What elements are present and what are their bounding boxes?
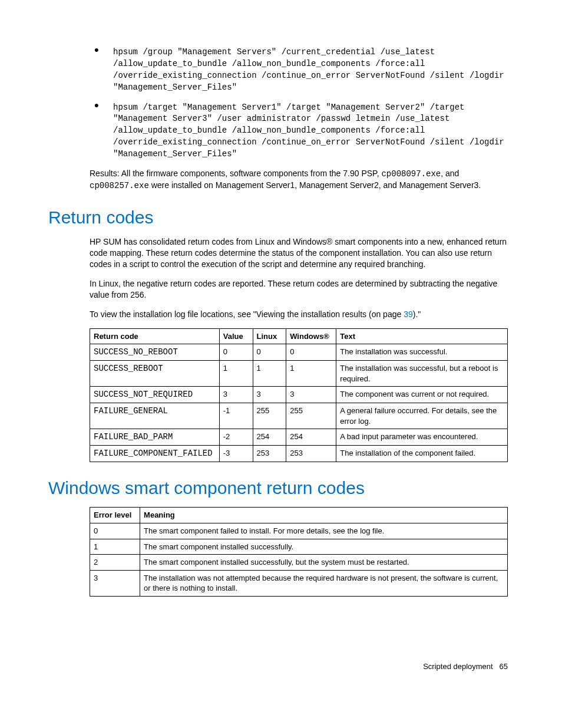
text: , and bbox=[441, 169, 459, 178]
cell-value: 0 bbox=[219, 344, 253, 361]
cell-code: FAILURE_GENERAL bbox=[90, 403, 220, 429]
col-header: Value bbox=[219, 328, 253, 344]
command-text: hpsum /target "Management Server1" /targ… bbox=[113, 103, 504, 159]
cell-meaning: The smart component failed to install. F… bbox=[140, 523, 508, 539]
page-footer: Scripted deployment 65 bbox=[48, 661, 508, 672]
cell-code: SUCCESS_REBOOT bbox=[90, 361, 220, 387]
filename: cp008257.exe bbox=[90, 181, 149, 190]
cell-windows: 0 bbox=[286, 344, 336, 361]
cell-code: FAILURE_COMPONENT_FAILED bbox=[90, 446, 220, 462]
results-paragraph: Results: All the firmware components, so… bbox=[48, 168, 508, 192]
footer-page-number: 65 bbox=[500, 662, 508, 671]
col-header: Meaning bbox=[140, 508, 508, 523]
cell-text: The installation of the component failed… bbox=[336, 446, 508, 462]
table-row: 3The installation was not attempted beca… bbox=[90, 570, 508, 596]
cell-linux: 0 bbox=[253, 344, 286, 361]
cell-linux: 3 bbox=[253, 387, 286, 403]
list-item: hpsum /group "Management Servers" /curre… bbox=[84, 46, 508, 93]
page-link[interactable]: 39 bbox=[404, 309, 413, 319]
paragraph: HP SUM has consolidated return codes fro… bbox=[48, 236, 508, 270]
cell-text: A general failure occurred. For details,… bbox=[336, 403, 508, 429]
cell-level: 0 bbox=[90, 523, 140, 539]
col-header: Windows® bbox=[286, 328, 336, 344]
table-header-row: Return code Value Linux Windows® Text bbox=[90, 328, 508, 344]
list-item: hpsum /target "Management Server1" /targ… bbox=[84, 101, 508, 160]
return-codes-table: Return code Value Linux Windows® Text SU… bbox=[90, 328, 508, 462]
cell-windows: 255 bbox=[286, 403, 336, 429]
cell-windows: 3 bbox=[286, 387, 336, 403]
section-heading-windows-codes: Windows smart component return codes bbox=[48, 476, 508, 500]
cell-windows: 1 bbox=[286, 361, 336, 387]
table-header-row: Error level Meaning bbox=[90, 508, 508, 523]
col-header: Error level bbox=[90, 508, 140, 523]
cell-meaning: The smart component installed successful… bbox=[140, 555, 508, 571]
cell-value: -1 bbox=[219, 403, 253, 429]
command-text: hpsum /group "Management Servers" /curre… bbox=[113, 47, 504, 92]
cell-text: The installation was successful. bbox=[336, 344, 508, 361]
cell-level: 1 bbox=[90, 539, 140, 555]
cell-value: -2 bbox=[219, 429, 253, 446]
table-row: FAILURE_BAD_PARM-2254254A bad input para… bbox=[90, 429, 508, 446]
table-row: SUCCESS_REBOOT111The installation was su… bbox=[90, 361, 508, 387]
cell-level: 2 bbox=[90, 555, 140, 571]
section-heading-return-codes: Return codes bbox=[48, 206, 508, 230]
paragraph: To view the installation log file locati… bbox=[48, 309, 508, 320]
cell-text: A bad input parameter was encountered. bbox=[336, 429, 508, 446]
cell-linux: 1 bbox=[253, 361, 286, 387]
table-row: 1The smart component installed successfu… bbox=[90, 539, 508, 555]
table-row: 2The smart component installed successfu… bbox=[90, 555, 508, 571]
table-row: FAILURE_GENERAL-1255255A general failure… bbox=[90, 403, 508, 429]
cell-linux: 255 bbox=[253, 403, 286, 429]
text: )." bbox=[413, 309, 421, 319]
cell-linux: 254 bbox=[253, 429, 286, 446]
table-row: FAILURE_COMPONENT_FAILED-3253253The inst… bbox=[90, 446, 508, 462]
cell-level: 3 bbox=[90, 570, 140, 596]
col-header: Text bbox=[336, 328, 508, 344]
text: To view the installation log file locati… bbox=[90, 309, 404, 319]
cell-value: 3 bbox=[219, 387, 253, 403]
col-header: Linux bbox=[253, 328, 286, 344]
paragraph: In Linux, the negative return codes are … bbox=[48, 278, 508, 301]
cell-value: 1 bbox=[219, 361, 253, 387]
cell-code: FAILURE_BAD_PARM bbox=[90, 429, 220, 446]
cell-code: SUCCESS_NO_REBOOT bbox=[90, 344, 220, 361]
table-row: SUCCESS_NO_REBOOT000The installation was… bbox=[90, 344, 508, 361]
col-header: Return code bbox=[90, 328, 220, 344]
cell-text: The installation was successful, but a r… bbox=[336, 361, 508, 387]
cell-text: The component was current or not require… bbox=[336, 387, 508, 403]
cell-meaning: The installation was not attempted becau… bbox=[140, 570, 508, 596]
command-bullet-list: hpsum /group "Management Servers" /curre… bbox=[48, 46, 508, 160]
cell-windows: 253 bbox=[286, 446, 336, 462]
table-row: SUCCESS_NOT_REQUIRED333The component was… bbox=[90, 387, 508, 403]
cell-windows: 254 bbox=[286, 429, 336, 446]
footer-section: Scripted deployment bbox=[423, 662, 493, 671]
text: Results: All the firmware components, so… bbox=[90, 169, 381, 178]
table-row: 0The smart component failed to install. … bbox=[90, 523, 508, 539]
cell-value: -3 bbox=[219, 446, 253, 462]
windows-codes-table: Error level Meaning 0The smart component… bbox=[90, 507, 508, 596]
cell-linux: 253 bbox=[253, 446, 286, 462]
text: were installed on Management Server1, Ma… bbox=[149, 180, 481, 190]
filename: cp008097.exe bbox=[381, 169, 441, 179]
cell-code: SUCCESS_NOT_REQUIRED bbox=[90, 387, 220, 403]
cell-meaning: The smart component installed successful… bbox=[140, 539, 508, 555]
